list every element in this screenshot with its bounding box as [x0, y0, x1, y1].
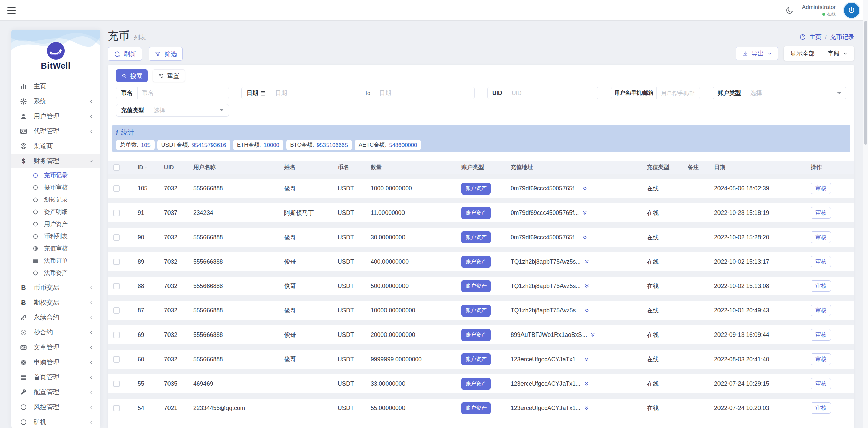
hamburger-menu-icon[interactable] — [7, 7, 16, 14]
sidebar-subitem[interactable]: 法币订单 — [11, 254, 100, 267]
sidebar-subitem[interactable]: 提币审核 — [11, 181, 100, 193]
circle-icon — [33, 209, 38, 215]
sidebar-item[interactable]: 风控管理 — [11, 400, 100, 414]
row-checkbox[interactable] — [113, 332, 120, 338]
cell-deposit-type: 在线 — [647, 233, 688, 241]
review-button[interactable]: 审核 — [811, 378, 831, 389]
export-button[interactable]: 导出 — [736, 47, 778, 60]
sidebar-subitem[interactable]: 资产明细 — [11, 206, 100, 218]
chevron-down-icon — [843, 51, 848, 56]
sidebar-item[interactable]: 矿机 — [11, 414, 100, 428]
sidebar-item[interactable]: Ƀ期权交易 — [11, 295, 100, 310]
bitwell-logo[interactable] — [47, 42, 65, 60]
review-button[interactable]: 审核 — [811, 305, 831, 316]
avatar[interactable] — [844, 3, 859, 18]
row-checkbox[interactable] — [113, 356, 120, 363]
row-checkbox[interactable] — [113, 185, 120, 192]
row-checkbox[interactable] — [113, 307, 120, 314]
sidebar-item[interactable]: 渠道商 — [11, 139, 100, 154]
show-all-button[interactable]: 显示全部 — [790, 49, 815, 58]
cell-amount: 30.00000000 — [371, 234, 461, 241]
page-scrollbar[interactable] — [863, 0, 868, 428]
sidebar-item[interactable]: 用户管理 — [11, 109, 100, 124]
sidebar-subitem[interactable]: 充币记录 — [11, 169, 100, 181]
cell-deposit-type: 在线 — [647, 331, 688, 339]
expand-address-icon[interactable] — [582, 210, 588, 216]
expand-address-icon[interactable] — [584, 283, 590, 289]
cell-address: 899AuTBFJWo1Rx1aoBxS... — [511, 331, 587, 339]
scrollbar-thumb[interactable] — [864, 21, 867, 145]
breadcrumb-home[interactable]: 主页 — [809, 33, 822, 41]
expand-address-icon[interactable] — [584, 381, 589, 387]
fields-dropdown[interactable]: 字段 — [828, 49, 848, 58]
user-icon — [20, 113, 27, 120]
expand-address-icon[interactable] — [582, 235, 588, 240]
review-button[interactable]: 审核 — [811, 256, 831, 267]
download-icon — [742, 50, 748, 57]
review-button[interactable]: 审核 — [811, 207, 831, 219]
coin-filter-input[interactable] — [138, 87, 229, 99]
row-checkbox[interactable] — [113, 234, 120, 241]
sidebar-item[interactable]: 系统 — [11, 94, 100, 109]
row-checkbox[interactable] — [113, 210, 120, 216]
sidebar-item[interactable]: 秒合约 — [11, 325, 100, 340]
search-button[interactable]: 搜索 — [116, 69, 148, 82]
sidebar-item[interactable]: 首页管理 — [11, 370, 100, 385]
sidebar-item-label: 期权交易 — [34, 298, 59, 307]
expand-address-icon[interactable] — [584, 259, 590, 265]
refresh-button[interactable]: 刷新 — [108, 47, 142, 61]
review-button[interactable]: 审核 — [811, 280, 831, 292]
deposit-type-select[interactable]: 选择 — [149, 104, 229, 116]
sidebar-item[interactable]: 代理管理 — [11, 124, 100, 139]
expand-address-icon[interactable] — [584, 405, 589, 411]
expand-address-icon[interactable] — [590, 332, 596, 338]
wrench-icon — [20, 389, 27, 396]
review-button[interactable]: 审核 — [811, 329, 831, 341]
review-button[interactable]: 审核 — [811, 402, 831, 414]
sidebar-subitem[interactable]: 法币资产 — [11, 267, 100, 279]
sort-asc-icon[interactable]: ↑ — [145, 165, 147, 170]
dark-mode-toggle-icon[interactable] — [786, 6, 794, 14]
sidebar-subitem[interactable]: 用户资产 — [11, 218, 100, 230]
sidebar-item[interactable]: $财务管理 — [11, 154, 100, 168]
row-checkbox[interactable] — [113, 381, 120, 387]
sidebar-subitem[interactable]: 币种列表 — [11, 230, 100, 242]
column-header[interactable]: ID ↑ — [138, 164, 164, 171]
user-filter-group: 用户名/手机/邮箱 — [611, 87, 700, 99]
sidebar-item[interactable]: 文章管理 — [11, 340, 100, 355]
account-type-select[interactable]: 选择 — [746, 87, 846, 99]
sidebar-item-label: 首页管理 — [34, 373, 59, 382]
reset-button[interactable]: 重置 — [153, 69, 185, 82]
sidebar-item-label: 代理管理 — [34, 127, 59, 136]
cell-date: 2022-10-02 15:13:17 — [714, 258, 811, 265]
sidebar-subitem[interactable]: 划转记录 — [11, 193, 100, 206]
expand-address-icon[interactable] — [584, 308, 590, 313]
review-button[interactable]: 审核 — [811, 353, 831, 365]
expand-address-icon[interactable] — [582, 186, 588, 191]
sidebar-item[interactable]: 配置管理 — [11, 385, 100, 400]
account-type-badge: 账户资产 — [461, 305, 491, 317]
sidebar-item[interactable]: 主页 — [11, 79, 100, 94]
sidebar-item[interactable]: 永续合约 — [11, 310, 100, 325]
sidebar-item[interactable]: 申购管理 — [11, 355, 100, 370]
date-from-input[interactable] — [271, 87, 360, 99]
sidebar-item[interactable]: B币币交易 — [11, 280, 100, 295]
user-filter-input[interactable] — [657, 87, 700, 99]
row-checkbox[interactable] — [113, 259, 120, 265]
row-checkbox[interactable] — [113, 283, 120, 289]
cell-address: TQ1zh2bj8apbT75Avz5s... — [511, 283, 581, 290]
select-all-checkbox[interactable] — [113, 164, 120, 171]
filter-button[interactable]: 筛选 — [149, 47, 183, 61]
user-info[interactable]: Administrator 在线 — [802, 4, 836, 17]
expand-address-icon[interactable] — [584, 356, 589, 362]
review-button[interactable]: 审核 — [811, 183, 831, 194]
cell-username: 555666888 — [193, 258, 284, 265]
row-checkbox[interactable] — [113, 405, 120, 411]
brand: BitWell — [11, 30, 100, 72]
date-to-input[interactable] — [375, 87, 464, 99]
sidebar-subitem[interactable]: 充值审核 — [11, 242, 100, 254]
uid-filter-input[interactable] — [507, 87, 598, 99]
column-header: UID — [164, 164, 193, 171]
dollar-icon: $ — [20, 158, 27, 165]
review-button[interactable]: 审核 — [811, 231, 831, 243]
